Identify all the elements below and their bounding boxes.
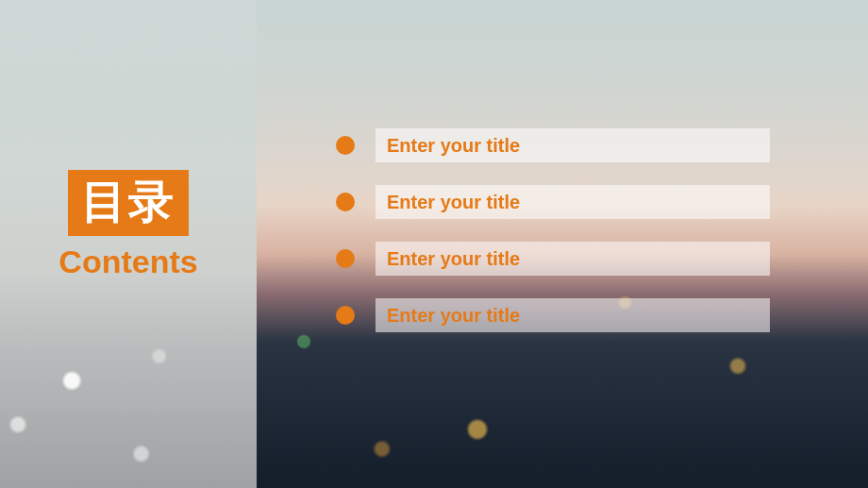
toc-item-bar: Enter your title [376,128,770,162]
toc-item-bar: Enter your title [376,298,770,332]
toc-item-label: Enter your title [387,305,520,327]
toc-item-bar: Enter your title [376,242,770,276]
toc-item-label: Enter your title [387,192,520,213]
toc-item-label: Enter your title [387,248,520,270]
bullet-icon [336,193,355,211]
sidebar-title: 目录 [81,177,175,227]
sidebar-subtitle: Contents [58,244,197,280]
toc-item-bar: Enter your title [376,185,770,219]
toc-item[interactable]: Enter your title [336,128,770,162]
toc-item[interactable]: Enter your title [336,242,770,276]
sidebar-panel: 目录 Contents [0,0,257,488]
toc-item[interactable]: Enter your title [336,185,770,219]
toc-list: Enter your title Enter your title Enter … [336,128,770,332]
sidebar-title-chip: 目录 [68,170,189,236]
slide-root: 目录 Contents Enter your title Enter your … [0,0,868,488]
toc-item-label: Enter your title [387,135,520,157]
bullet-icon [336,136,355,155]
bullet-icon [336,249,355,268]
bullet-icon [336,306,355,325]
toc-item[interactable]: Enter your title [336,298,770,332]
